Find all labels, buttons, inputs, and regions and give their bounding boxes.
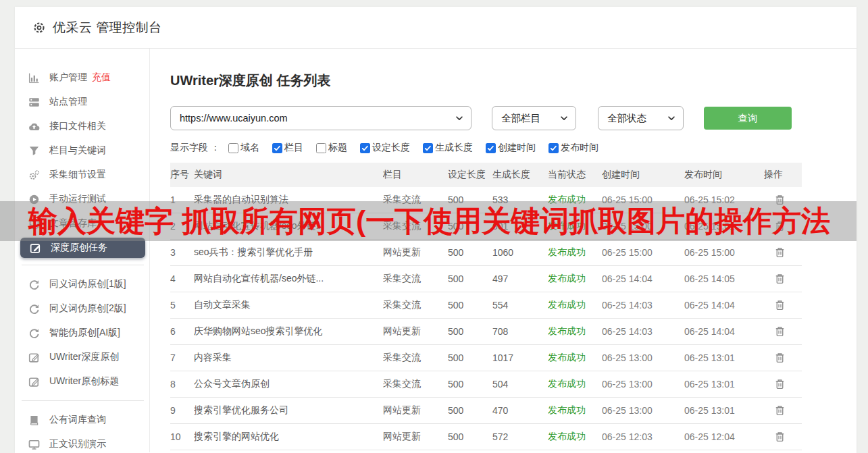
field-checkbox-label: 栏目 [284, 142, 303, 154]
sidebar-item-refresh[interactable]: 同义词伪原创[1版] [15, 272, 149, 296]
table-row: 1采集器的自动识别算法采集交流500533发布成功06-25 15:0006-2… [170, 187, 802, 213]
delete-task-button[interactable] [774, 378, 786, 390]
sidebar-item-cloud-upload[interactable]: 接口文件相关 [15, 114, 149, 138]
field-checkbox-label: 设定长度 [372, 142, 410, 154]
cell-no: 5 [170, 300, 194, 311]
column-select[interactable]: 全部栏目 [492, 106, 576, 130]
sidebar-item-funnel[interactable]: 栏目与关键词 [15, 138, 149, 163]
sidebar-item-chart[interactable]: 账户管理充值 [15, 65, 149, 90]
delete-task-button[interactable] [774, 299, 786, 311]
chevron-down-icon [667, 113, 676, 123]
query-button[interactable]: 查询 [704, 107, 792, 130]
delete-task-button[interactable] [774, 431, 786, 443]
cell-status: 发布成功 [548, 299, 602, 311]
task-table: 序号关键词栏目设定长度生成长度当前状态创建时间发布时间操作 1采集器的自动识别算… [170, 163, 802, 450]
sidebar-divider [22, 265, 144, 265]
checkbox-unchecked-icon[interactable] [228, 143, 238, 153]
delete-task-button[interactable] [774, 352, 786, 364]
sidebar-item-label: 账户管理 [49, 72, 87, 84]
edit-icon [28, 376, 40, 388]
sidebar-item-database[interactable]: 文章暂存库 [15, 211, 149, 236]
cell-created: 06-25 14:03 [602, 326, 684, 337]
cell-set_len: 500 [448, 247, 492, 258]
cell-keyword: 自动文章采集 [194, 299, 383, 311]
cell-published: 06-25 13:01 [684, 405, 764, 416]
cell-keyword: 采集器的自动识别算法 [194, 194, 383, 206]
cell-column: 采集交流 [383, 194, 448, 206]
cell-status: 发布成功 [548, 273, 602, 285]
cell-created: 06-25 13:00 [602, 352, 684, 363]
column-header: 发布时间 [684, 169, 764, 181]
gear-icon [32, 21, 46, 34]
gears-icon [28, 169, 40, 181]
trash-icon [774, 325, 786, 338]
sidebar-item-edit[interactable]: UWriter原创标题 [15, 369, 149, 394]
cell-set_len: 500 [448, 300, 492, 311]
sidebar-divider [22, 400, 144, 401]
refresh-icon [28, 303, 40, 315]
checkbox-checked-icon[interactable] [548, 143, 559, 153]
cell-created: 06-25 13:00 [602, 405, 684, 416]
sidebar-item-gears[interactable]: 采集细节设置 [15, 163, 149, 187]
delete-task-button[interactable] [774, 404, 786, 417]
column-header: 关键词 [194, 169, 383, 181]
cell-status: 发布成功 [548, 378, 602, 390]
cell-status: 发布成功 [548, 220, 602, 232]
delete-task-button[interactable] [774, 273, 786, 285]
checkbox-checked-icon[interactable] [272, 143, 282, 153]
table-row: 3seo兵书：搜索引擎优化手册网站更新5001060发布成功06-25 15:0… [170, 240, 802, 266]
cell-published: 06-25 15:00 [684, 247, 764, 258]
recharge-link[interactable]: 充值 [92, 72, 111, 84]
sidebar-item-book[interactable]: 公有词库查询 [15, 408, 149, 432]
cell-status: 发布成功 [548, 404, 602, 417]
checkbox-checked-icon[interactable] [360, 143, 370, 153]
field-checkbox-栏目[interactable]: 栏目 [272, 142, 303, 154]
delete-task-button[interactable] [774, 194, 786, 206]
checkbox-checked-icon[interactable] [423, 143, 433, 153]
site-select[interactable]: https://www.ucaiyun.com [170, 106, 471, 130]
cell-published: 06-25 14:04 [684, 300, 764, 311]
cell-status: 发布成功 [548, 246, 602, 259]
sidebar-item-edit-square-active[interactable]: 深度原创任务 [20, 238, 145, 258]
cell-keyword: 搜索引擎优化服务公司 [194, 404, 383, 417]
sidebar-item-server[interactable]: 站点管理 [15, 90, 149, 114]
cell-column: 采集交流 [383, 378, 448, 390]
delete-task-button[interactable] [774, 325, 786, 338]
field-checkbox-设定长度[interactable]: 设定长度 [360, 142, 410, 154]
sidebar-item-refresh[interactable]: 同义词伪原创[2版] [15, 296, 149, 321]
trash-icon [774, 273, 786, 285]
sidebar-item-label: 公有词库查询 [49, 414, 106, 426]
sidebar-item-label: 同义词伪原创[1版] [49, 278, 126, 290]
delete-task-button[interactable] [774, 220, 786, 232]
cell-keyword: seo兵书：搜索引擎优化手册 [194, 246, 383, 259]
cell-column: 网站更新 [383, 431, 448, 443]
cell-set_len: 500 [448, 194, 492, 205]
sidebar-item-edit[interactable]: UWriter深度原创 [15, 345, 149, 369]
field-checkbox-标题[interactable]: 标题 [316, 142, 347, 154]
cell-status: 发布成功 [548, 431, 602, 443]
cell-created: 06-25 15:00 [602, 221, 684, 232]
cell-no: 7 [170, 352, 194, 363]
sidebar-item-monitor[interactable]: 正文识别演示 [15, 432, 149, 453]
field-checkbox-label: 创建时间 [498, 142, 536, 154]
sidebar-item-refresh[interactable]: 智能伪原创[AI版] [15, 321, 149, 345]
checkbox-unchecked-icon[interactable] [316, 143, 326, 153]
cell-no: 6 [170, 326, 194, 337]
cell-column: 网站更新 [383, 325, 448, 338]
cell-column: 网站更新 [383, 246, 448, 259]
edit-icon [28, 352, 40, 363]
field-checkbox-域名[interactable]: 域名 [228, 142, 259, 154]
checkbox-checked-icon[interactable] [486, 143, 496, 153]
cell-published: 06-25 13:01 [684, 352, 764, 363]
field-checkbox-生成长度[interactable]: 生成长度 [423, 142, 473, 154]
page-title: UWriter深度原创 任务列表 [170, 72, 857, 90]
delete-task-button[interactable] [774, 246, 786, 259]
field-checkbox-发布时间[interactable]: 发布时间 [548, 142, 598, 154]
cell-gen_len: 533 [492, 194, 548, 205]
field-checkbox-label: 生成长度 [435, 142, 473, 154]
main-content: UWriter深度原创 任务列表 https://www.ucaiyun.com… [150, 49, 857, 452]
sidebar-item-play[interactable]: 手动运行测试 [15, 187, 149, 211]
app-body: 账户管理充值站点管理接口文件相关栏目与关键词采集细节设置手动运行测试文章暂存库深… [15, 49, 857, 452]
status-select[interactable]: 全部状态 [598, 106, 684, 130]
field-checkbox-创建时间[interactable]: 创建时间 [486, 142, 536, 154]
